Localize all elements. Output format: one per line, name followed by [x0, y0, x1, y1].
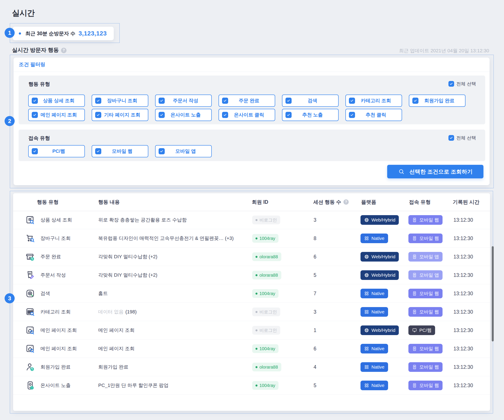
- header-member-id: 회원 ID: [252, 193, 268, 211]
- behavior-filter-chip[interactable]: 추천 노출: [282, 109, 339, 121]
- checkbox-checked-icon[interactable]: [448, 81, 454, 87]
- table-row[interactable]: 주문서 작성각맞춰 DIY 멀티수납함 (+2)olorara885Web/Hy…: [13, 266, 490, 284]
- annotation-step-badge-2: 2: [5, 116, 15, 126]
- checkbox-checked-icon[interactable]: [285, 97, 292, 104]
- behavior-group-label: 행동 유형: [28, 81, 50, 88]
- behavior-filter-chip[interactable]: 메인 페이지 조회: [28, 109, 85, 121]
- behavior-filter-chip[interactable]: 회원가입 완료: [409, 95, 466, 107]
- behavior-filter-chip[interactable]: 주문서 작성: [155, 95, 212, 107]
- globe-icon: [364, 273, 369, 278]
- status-dot-icon: [256, 311, 258, 313]
- access-select-all[interactable]: 전체 선택: [448, 135, 476, 141]
- member-id-cell: 비로그인: [252, 211, 280, 229]
- table-row[interactable]: 카테고리 조회데이터 없음(198)비로그인3Native모바일 웹13:12:…: [13, 303, 490, 321]
- checkbox-checked-icon[interactable]: [448, 135, 454, 141]
- filter-panel-title: 조건 필터링: [19, 61, 45, 68]
- platform-label: Web/Hybrid: [372, 273, 395, 278]
- access-filter-chip[interactable]: PC/웹: [28, 145, 85, 157]
- platform-label: Web/Hybrid: [372, 328, 395, 333]
- page-title: 실시간: [12, 8, 35, 18]
- table-row[interactable]: 검색홈트1004ray7Native모바일 웹13:12:30: [13, 284, 490, 303]
- phone-small-icon: [412, 273, 417, 278]
- behavior-filter-chip[interactable]: 장바구니 조회: [92, 95, 148, 107]
- action-content-cell: 회원가입 완료: [98, 358, 128, 376]
- behavior-filter-chip[interactable]: 카테고리 조회: [345, 95, 402, 107]
- platform-label: Web/Hybrid: [372, 217, 395, 223]
- native-grid-icon: [364, 365, 369, 370]
- action-type-cell: 주문서 작성: [41, 266, 66, 284]
- checkbox-checked-icon[interactable]: [95, 148, 101, 154]
- access-type-label: 모바일 웹: [419, 364, 439, 370]
- platform-badge: Web/Hybrid: [360, 325, 399, 335]
- checkbox-checked-icon[interactable]: [222, 112, 228, 118]
- checkbox-checked-icon[interactable]: [349, 112, 355, 118]
- apply-filter-button[interactable]: 선택한 조건으로 조회하기: [387, 165, 483, 178]
- platform-cell: Native: [360, 340, 388, 358]
- action-content-cell: PC_1만원 단 하루 할인쿠폰 팝업: [98, 376, 168, 395]
- recorded-time-cell: 13:12:30: [453, 340, 473, 358]
- question-icon[interactable]: ?: [343, 199, 349, 205]
- table-row[interactable]: 메인 페이지 조회메인 페이지 조회비로그인1Web/HybridPC/웹13:…: [13, 321, 490, 340]
- access-filter-chip[interactable]: 모바일 앱: [155, 145, 212, 157]
- behavior-filter-chip[interactable]: 온사이트 노출: [155, 109, 212, 121]
- question-icon[interactable]: ?: [61, 48, 66, 53]
- table-row[interactable]: 장바구니 조회북유럽풍 디자인이 매력적인 고속무선충전기 & 연필펜꽂… (+…: [13, 229, 490, 248]
- table-row[interactable]: 주문 완료각맞춰 DIY 멀티수납함 (+2)olorara886Web/Hyb…: [13, 248, 490, 266]
- filter-card: 조건 필터링 행동 유형 전체 선택 상품 상세 조회장바구니 조회주문서 작성…: [14, 58, 490, 185]
- platform-badge: Native: [360, 362, 388, 372]
- phone-small-icon: [412, 291, 417, 296]
- table-row[interactable]: 메인 페이지 조회메인 페이지 조회1004ray6Native모바일 웹13:…: [13, 340, 490, 358]
- behavior-filter-chip[interactable]: 추천 클릭: [345, 109, 402, 121]
- checkbox-checked-icon[interactable]: [95, 97, 101, 104]
- checkbox-checked-icon[interactable]: [159, 112, 165, 118]
- table-row[interactable]: 온사이트 노출PC_1만원 단 하루 할인쿠폰 팝업1004ray5Native…: [13, 376, 490, 395]
- member-id-label: olorara88: [259, 273, 278, 278]
- checkbox-checked-icon[interactable]: [32, 148, 38, 154]
- session-count-cell: 3: [306, 211, 324, 229]
- access-type-label: 모바일 웹: [419, 382, 439, 389]
- checkbox-checked-icon[interactable]: [159, 148, 165, 154]
- table-row[interactable]: 상품 상세 조회위로 확장 층층쌓는 공간활용 로즈 수납함비로그인3Web/H…: [13, 211, 490, 229]
- vertical-scrollbar[interactable]: [492, 246, 494, 341]
- annotation-step-badge-3: 3: [5, 293, 15, 303]
- checkbox-checked-icon[interactable]: [32, 112, 38, 118]
- member-id-label: 비로그인: [259, 327, 277, 333]
- behavior-filter-chip[interactable]: 주문 완료: [219, 95, 275, 107]
- checkbox-checked-icon[interactable]: [285, 112, 292, 118]
- platform-label: Web/Hybrid: [372, 254, 395, 259]
- phone-small-icon: [412, 309, 417, 315]
- realtime-dashboard: 실시간 1 최근 30분 순방문자 수 3,123,123 실시간 방문자 행동…: [0, 0, 504, 420]
- access-type-label: PC/웹: [419, 327, 432, 333]
- recorded-time-cell: 13:12:30: [453, 303, 473, 321]
- access-type-label: 모바일 앱: [419, 272, 439, 278]
- behavior-filter-chip[interactable]: 상품 상세 조회: [28, 95, 85, 107]
- recorded-time-cell: 13:12:30: [453, 248, 473, 266]
- behavior-filter-chip[interactable]: 기타 페이지 조회: [92, 109, 148, 121]
- member-id-badge: 비로그인: [252, 308, 280, 316]
- access-type-cell: 모바일 웹: [408, 229, 443, 248]
- access-type-label: 모바일 웹: [419, 309, 439, 315]
- globe-icon: [364, 328, 369, 333]
- checkbox-checked-icon[interactable]: [32, 97, 38, 104]
- checkbox-checked-icon[interactable]: [349, 97, 355, 104]
- select-all-label: 전체 선택: [456, 81, 476, 87]
- select-all-label: 전체 선택: [456, 135, 476, 141]
- member-id-cell: 비로그인: [252, 303, 280, 321]
- checkbox-checked-icon[interactable]: [412, 97, 419, 104]
- main-page-icon: [25, 340, 35, 358]
- checkbox-checked-icon[interactable]: [159, 97, 165, 104]
- checkbox-checked-icon[interactable]: [95, 112, 101, 118]
- native-grid-icon: [364, 309, 369, 315]
- behavior-select-all[interactable]: 전체 선택: [448, 81, 476, 87]
- behavior-filter-chip[interactable]: 검색: [282, 95, 339, 107]
- access-filter-chip[interactable]: 모바일 웹: [92, 145, 148, 157]
- checkbox-checked-icon[interactable]: [222, 97, 228, 104]
- platform-badge: Native: [360, 344, 388, 353]
- behavior-filter-chip[interactable]: 온사이트 클릭: [219, 109, 275, 121]
- action-type-cell: 메인 페이지 조회: [41, 340, 77, 358]
- kpi-value: 3,123,123: [78, 30, 107, 37]
- table-row[interactable]: 회원가입 완료회원가입 완료olorara884Native모바일 웹13:12…: [13, 358, 490, 376]
- member-id-badge: 비로그인: [252, 216, 280, 224]
- search-action-icon: [25, 284, 35, 303]
- platform-badge: Web/Hybrid: [360, 270, 399, 280]
